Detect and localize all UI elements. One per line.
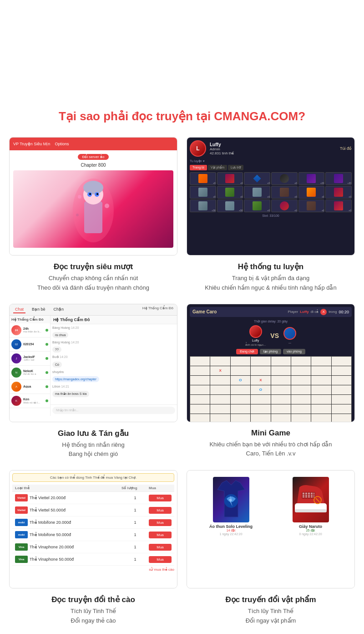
feature-desc-4: Khiêu chiến bạn bè với nhiều trò chơi hấ… bbox=[209, 440, 332, 459]
chat-sidebar: Hệ Thống Cẩm Đô 24 24h ma thân ân b... bbox=[10, 316, 51, 416]
item-cell[interactable]: +0 bbox=[217, 172, 243, 185]
server-btn[interactable]: Đổi server ảo bbox=[78, 154, 109, 160]
list-item: Viettel Thẻ Viettel 50.000đ 1 Mua bbox=[12, 504, 174, 516]
feature-title-2: Hệ thống tu luyện bbox=[238, 262, 303, 271]
item-cell[interactable]: +30 bbox=[190, 199, 216, 212]
item-cell[interactable]: +0 bbox=[298, 186, 325, 199]
online-indicator bbox=[46, 329, 48, 332]
list-item[interactable]: 02 020154 bbox=[10, 337, 50, 352]
product-shoe-img bbox=[293, 477, 329, 522]
chat-input[interactable]: Nhập tin nhắn... bbox=[52, 407, 175, 414]
item-system-mock: L Luffy Admin 42.831 tinh thế Túi đồ Tu … bbox=[187, 138, 354, 255]
item-tabs: Trang bị Vật phẩm Lưu trữ bbox=[190, 165, 352, 170]
shoe-svg bbox=[293, 478, 329, 522]
card-footer-link[interactable]: sử mua thẻ cào bbox=[12, 566, 174, 572]
buy-btn[interactable]: Mua bbox=[149, 544, 172, 551]
game-board: X OX O bbox=[190, 356, 352, 422]
tab-chat[interactable]: Chat bbox=[13, 306, 25, 313]
tab-ban-be[interactable]: Bạn bè bbox=[30, 306, 47, 313]
game-player-label: Player bbox=[288, 310, 298, 314]
game-player-name: Luffy bbox=[300, 310, 309, 314]
tab-trang-bi[interactable]: Trang bị bbox=[190, 165, 207, 170]
chat-main-title: Hệ Thống Cẩm Đô bbox=[51, 316, 177, 324]
card-exchange-screenshot: Các bạn có thể dùng Tinh Thế để mua Vàng… bbox=[9, 470, 177, 588]
player1-name: Luffy bbox=[252, 339, 259, 342]
feature-desc-2: Trang bị & vật phẩm đa dạng Khiêu chiến … bbox=[205, 274, 336, 293]
item-cell[interactable]: +30 bbox=[217, 199, 243, 212]
item-grid: +0 +0 +0 +0 +20 +20 +0 +0 +0 +0 +0 +0 bbox=[190, 172, 352, 212]
svg-point-10 bbox=[76, 214, 79, 216]
chat-placeholder: Nhập tin nhắn... bbox=[56, 409, 79, 412]
mobifone-logo: mobi bbox=[15, 531, 28, 538]
btn-dang-choi[interactable]: Đang chơi bbox=[236, 349, 258, 354]
player2: ... bbox=[283, 327, 296, 344]
game-players: Luffy Ảnh cá lò ngục... VS ... bbox=[190, 325, 352, 346]
feature-desc-5: Tích lũy Tinh Thế Đổi ngay thẻ cào bbox=[71, 607, 116, 626]
tab-chan[interactable]: Chặn bbox=[52, 306, 66, 313]
section-title-prefix: Tại sao phải đọc truyện tại bbox=[59, 109, 214, 123]
product-shoe-name: Giày Naruto bbox=[299, 524, 322, 529]
svg-point-3 bbox=[83, 181, 103, 194]
mini-game-screenshot: Game Caro Player Luffy đi cả X trong 00:… bbox=[187, 304, 355, 422]
chat-body: Hệ Thống Cẩm Đô 24 24h ma thân ân b... bbox=[10, 316, 177, 416]
manga-reader-screenshot: VP Truyện Siêu Mịn Options Đổi server ảo… bbox=[9, 137, 177, 256]
list-item[interactable]: 24 24h ma thân ân b... bbox=[10, 323, 50, 337]
list-item[interactable]: N NekoK Ad dc ko a bbox=[10, 366, 50, 380]
item-cell[interactable]: +0 bbox=[325, 199, 352, 212]
feature-title-1: Đọc truyện siêu mượt bbox=[54, 262, 133, 271]
player2-name: ... bbox=[288, 341, 291, 344]
item-system-screenshot: L Luffy Admin 42.831 tinh thế Túi đồ Tu … bbox=[187, 137, 355, 256]
product-shoe-date: 0 ngày 22:42:20 bbox=[299, 532, 322, 536]
product-shirt-date: 1 ngày 22:42:20 bbox=[219, 532, 242, 536]
btn-vao-phong[interactable]: vào phòng bbox=[283, 349, 305, 354]
item-cell[interactable]: +0 bbox=[271, 199, 298, 212]
chat-mock: Chat Bạn bè Chặn Hệ Thống Cẩm Đô Hệ Thốn… bbox=[10, 304, 177, 422]
chat-message: shuydra https://mangadex.org/chapter bbox=[52, 370, 175, 382]
item-header: L Luffy Admin 42.831 tinh thế Túi đồ bbox=[190, 140, 352, 157]
player1: Luffy Ảnh cá lò ngục... bbox=[245, 325, 266, 346]
buy-btn[interactable]: Mua bbox=[149, 519, 172, 526]
items-showcase: Áo thun Solo Leveling 14 đặt 1 ngày 22:4… bbox=[190, 473, 352, 539]
tab-luu-tru[interactable]: Lưu trữ bbox=[228, 165, 243, 170]
item-cell[interactable]: +0 bbox=[244, 186, 270, 199]
item-cell[interactable]: +0 bbox=[190, 186, 216, 199]
online-indicator bbox=[46, 371, 48, 374]
chat-message: Bàng Hoàng 14:20 ?? bbox=[52, 341, 175, 353]
list-item[interactable]: K Ken Web nó tải l... bbox=[10, 394, 50, 408]
brand-name: CMANGA.COM bbox=[214, 109, 298, 123]
top-spacer bbox=[9, 18, 355, 109]
vinaphone-logo: Vina bbox=[15, 543, 28, 551]
manga-topbar: VP Truyện Siêu Mịn Options bbox=[10, 138, 177, 150]
item-cell[interactable]: +0 bbox=[244, 172, 270, 185]
user-info: Luffy Admin 42.831 tinh thế bbox=[210, 142, 234, 155]
item-cell[interactable]: +0 bbox=[271, 172, 298, 185]
buy-btn[interactable]: Mua bbox=[149, 495, 172, 501]
feature-title-3: Giao lưu & Tán gẫu bbox=[58, 429, 129, 438]
tab-vat-pham[interactable]: Vật phẩm bbox=[208, 165, 227, 170]
item-cell[interactable]: +0 bbox=[190, 172, 216, 185]
svg-point-8 bbox=[78, 195, 81, 199]
buy-btn[interactable]: Mua bbox=[149, 532, 172, 538]
avatar: A bbox=[11, 382, 21, 392]
btn-tao-phong[interactable]: tạo phòng bbox=[260, 349, 281, 354]
item-cell[interactable]: +0 bbox=[244, 199, 270, 212]
game-topbar: Game Caro Player Luffy đi cả X trong 00:… bbox=[190, 307, 352, 317]
list-item[interactable]: J JackslF -18h r ad bbox=[10, 352, 50, 366]
item-cell[interactable]: +20 bbox=[325, 172, 352, 185]
buy-btn[interactable]: Mua bbox=[149, 556, 172, 563]
game-action-buttons: Đang chơi tạo phòng vào phòng bbox=[190, 349, 352, 354]
item-cell[interactable]: +0 bbox=[271, 186, 298, 199]
feature-desc-1: Chuyển chap không cần nhấn nút Theo dõi … bbox=[37, 274, 149, 293]
product-shoe-ordered: 25 đặt bbox=[306, 529, 315, 532]
list-item[interactable]: A Aqua bbox=[10, 380, 50, 394]
item-cell[interactable]: +20 bbox=[298, 172, 325, 185]
buy-btn[interactable]: Mua bbox=[149, 507, 172, 514]
chapter-label: Chapter 800 bbox=[13, 163, 173, 168]
item-cell[interactable]: +0 bbox=[217, 186, 243, 199]
item-cell[interactable]: +0 bbox=[325, 186, 352, 199]
x-piece: X bbox=[320, 309, 327, 315]
viettel-logo: Viettel bbox=[15, 506, 28, 514]
features-grid: VP Truyện Siêu Mịn Options Đổi server ảo… bbox=[9, 137, 355, 626]
item-cell[interactable]: +0 bbox=[298, 199, 325, 212]
chat-message: Buồi 14:20 Có bbox=[52, 355, 175, 368]
